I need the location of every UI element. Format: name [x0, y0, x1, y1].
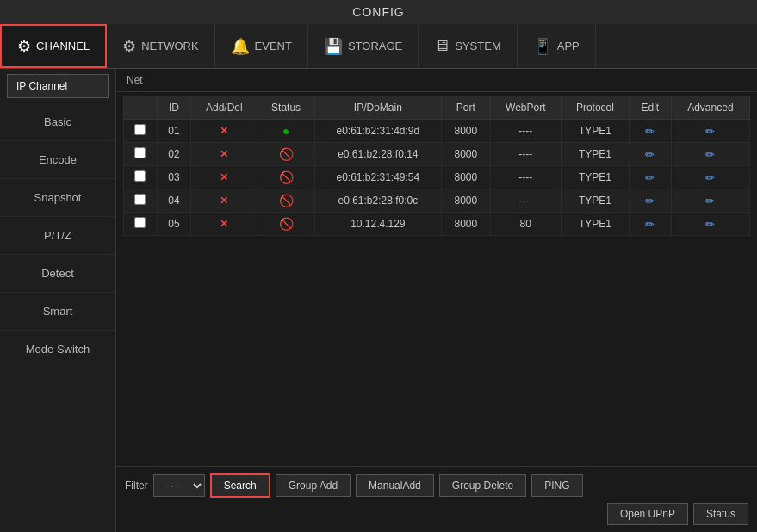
row-advanced[interactable]: ✏ — [671, 166, 749, 189]
row-webport: ---- — [490, 189, 561, 213]
ping-button[interactable]: PING — [531, 474, 582, 497]
row-id: 05 — [157, 213, 190, 236]
col-advanced: Advanced — [671, 96, 749, 120]
row-checkbox[interactable] — [134, 147, 146, 158]
row-adddel: ✕ — [191, 213, 258, 236]
tab-storage[interactable]: 💾 STORAGE — [308, 24, 419, 68]
row-edit[interactable]: ✏ — [629, 143, 671, 166]
search-button[interactable]: Search — [210, 473, 270, 498]
table-row: 02 ✕ 🚫 e0:61:b2:28:f0:14 8000 ---- TYPE1… — [124, 143, 750, 166]
sidebar-item-encode[interactable]: Encode — [0, 141, 115, 179]
row-port: 8000 — [442, 143, 491, 166]
row-webport: ---- — [490, 120, 561, 143]
row-checkbox[interactable] — [134, 124, 146, 135]
table-area: ID Add/Del Status IP/DoMain Port WebPort… — [116, 92, 757, 466]
title-bar: CONFIG — [0, 0, 757, 24]
row-ip: e0:61:b2:28:f0:0c — [314, 189, 441, 213]
status-icon: ● — [282, 124, 289, 138]
row-edit[interactable]: ✏ — [629, 213, 671, 236]
tab-channel-label: CHANNEL — [36, 40, 90, 53]
col-ip: IP/DoMain — [314, 96, 441, 120]
manual-add-button[interactable]: ManualAdd — [356, 474, 434, 497]
sidebar-item-snapshot[interactable]: Snapshot — [0, 179, 115, 217]
advanced-icon[interactable]: ✏ — [705, 125, 715, 138]
row-ip: e0:61:b2:31:4d:9d — [314, 120, 441, 143]
group-delete-button[interactable]: Group Delete — [439, 474, 526, 497]
ip-channel-table: ID Add/Del Status IP/DoMain Port WebPort… — [123, 96, 750, 236]
row-checkbox-cell[interactable] — [124, 166, 158, 189]
row-advanced[interactable]: ✏ — [671, 143, 749, 166]
storage-icon: 💾 — [324, 37, 343, 56]
main-layout: IP Channel Basic Encode Snapshot P/T/Z D… — [0, 69, 757, 532]
row-protocol: TYPE1 — [561, 166, 629, 189]
adddel-icon: ✕ — [220, 218, 228, 230]
row-advanced[interactable]: ✏ — [671, 213, 749, 236]
advanced-icon[interactable]: ✏ — [705, 148, 715, 161]
row-webport: ---- — [490, 166, 561, 189]
row-protocol: TYPE1 — [561, 120, 629, 143]
tab-network[interactable]: ⚙ NETWORK — [107, 24, 214, 68]
sidebar-sub-label: IP Channel — [16, 80, 67, 92]
edit-icon[interactable]: ✏ — [645, 195, 655, 207]
row-checkbox[interactable] — [134, 170, 146, 182]
advanced-icon[interactable]: ✏ — [705, 171, 715, 184]
edit-icon[interactable]: ✏ — [645, 171, 655, 184]
sidebar-item-mode-switch[interactable]: Mode Switch — [0, 331, 115, 368]
status-button[interactable]: Status — [693, 503, 748, 525]
edit-icon[interactable]: ✏ — [645, 148, 655, 161]
row-adddel: ✕ — [191, 189, 258, 213]
sidebar-item-detect[interactable]: Detect — [0, 255, 115, 293]
row-port: 8000 — [442, 120, 491, 143]
row-status: 🚫 — [258, 166, 314, 189]
row-checkbox-cell[interactable] — [124, 143, 158, 166]
tab-system[interactable]: 🖥 SYSTEM — [419, 24, 517, 68]
system-icon: 🖥 — [434, 37, 450, 55]
row-status: 🚫 — [258, 213, 314, 236]
row-advanced[interactable]: ✏ — [671, 189, 749, 213]
filter-label: Filter — [125, 479, 148, 492]
status-icon: 🚫 — [279, 217, 294, 231]
row-checkbox-cell[interactable] — [124, 189, 158, 213]
sidebar-item-smart[interactable]: Smart — [0, 293, 115, 331]
group-add-button[interactable]: Group Add — [276, 474, 351, 497]
row-protocol: TYPE1 — [561, 189, 629, 213]
col-port: Port — [442, 96, 491, 120]
row-checkbox[interactable] — [134, 194, 146, 205]
advanced-icon[interactable]: ✏ — [705, 218, 715, 231]
col-adddel: Add/Del — [191, 96, 258, 120]
edit-icon[interactable]: ✏ — [645, 218, 655, 231]
sidebar-sub-ip-channel[interactable]: IP Channel — [7, 74, 109, 98]
tab-event-label: EVENT — [255, 40, 292, 53]
row-ip: 10.12.4.129 — [314, 213, 441, 236]
row-edit[interactable]: ✏ — [629, 166, 671, 189]
row-port: 8000 — [442, 166, 491, 189]
network-icon: ⚙ — [122, 37, 136, 56]
adddel-icon: ✕ — [220, 125, 228, 137]
row-webport: 80 — [490, 213, 561, 236]
row-checkbox[interactable] — [134, 217, 146, 228]
row-adddel: ✕ — [191, 143, 258, 166]
edit-icon[interactable]: ✏ — [645, 125, 655, 138]
row-id: 04 — [157, 189, 190, 213]
adddel-icon: ✕ — [220, 148, 228, 160]
row-checkbox-cell[interactable] — [124, 213, 158, 236]
col-id: ID — [157, 96, 190, 120]
sidebar-item-basic[interactable]: Basic — [0, 103, 115, 141]
status-icon: 🚫 — [279, 147, 294, 161]
filter-select[interactable]: - - - — [153, 474, 205, 497]
tab-channel[interactable]: ⚙ CHANNEL — [0, 24, 107, 68]
adddel-icon: ✕ — [220, 195, 228, 207]
row-edit[interactable]: ✏ — [629, 189, 671, 213]
row-edit[interactable]: ✏ — [629, 120, 671, 143]
advanced-icon[interactable]: ✏ — [705, 195, 715, 207]
row-checkbox-cell[interactable] — [124, 120, 158, 143]
row-status: 🚫 — [258, 189, 314, 213]
app-icon: 📱 — [533, 37, 552, 56]
row-advanced[interactable]: ✏ — [671, 120, 749, 143]
row-ip: e0:61:b2:31:49:54 — [314, 166, 441, 189]
tab-app[interactable]: 📱 APP — [518, 24, 596, 68]
sidebar-item-ptz[interactable]: P/T/Z — [0, 217, 115, 255]
tab-event[interactable]: 🔔 EVENT — [215, 24, 308, 68]
open-upnp-button[interactable]: Open UPnP — [607, 503, 688, 525]
col-webport: WebPort — [490, 96, 561, 120]
